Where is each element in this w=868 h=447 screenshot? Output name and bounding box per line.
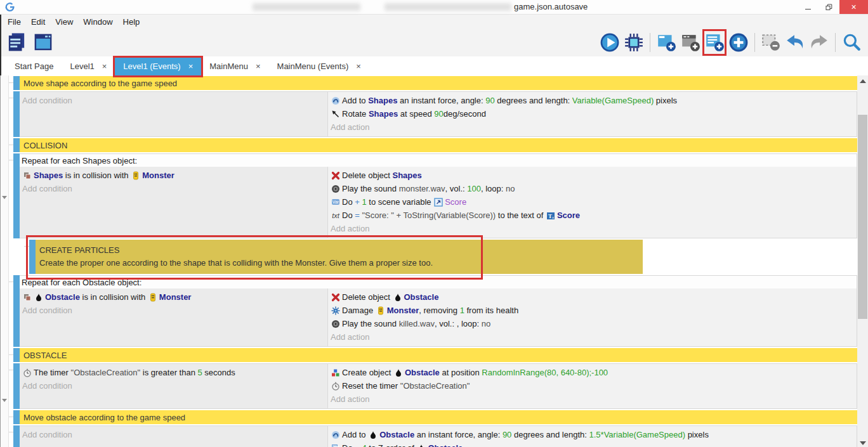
repeat-event[interactable]: Repeat for each Shapes object:Shapes is … [13,153,857,238]
tab-mainmenu[interactable]: MainMenu× [201,56,268,75]
tab-close-icon[interactable]: × [188,62,194,71]
event-highlight-bar [13,138,20,152]
fold-arrow-icon[interactable] [2,399,7,402]
fold-arrow-icon[interactable] [2,196,7,199]
comment-event[interactable]: COLLISION [13,138,857,152]
comment-text: Move shape according to the game speed [20,76,857,90]
tab-level1-events-[interactable]: Level1 (Events)× [115,56,201,75]
event-highlight-bar [13,275,20,347]
scene-editor-button[interactable] [32,30,55,55]
text-segment: killed.wav [399,319,435,328]
undo-button[interactable] [784,30,806,55]
standard-event[interactable]: Add conditionAdd to Shapes an instant fo… [13,91,857,137]
delete-event-button[interactable] [760,30,782,55]
action-row[interactable]: VarDo + 1 to scene variable Score [331,195,857,209]
standard-event[interactable]: Add conditionAdd to Obstacle an instant … [13,425,857,447]
comment-sub-event[interactable]: CREATE PARTICLESCreate the proper one ac… [29,240,643,274]
preview-play-button[interactable] [598,30,621,55]
tab-start-page[interactable]: Start Page [6,56,62,75]
add-condition-link[interactable]: Add condition [22,304,327,317]
add-action-link[interactable]: Add action [331,120,857,134]
text-segment: Shapes [369,109,398,119]
tab-mainmenu-events-[interactable]: MainMenu (Events)× [269,56,369,75]
add-action-link[interactable]: Add action [331,222,857,235]
close-button[interactable]: × [839,0,868,14]
action-row[interactable]: Delete object Shapes [331,169,857,182]
toolbar-separator [835,33,836,52]
text-segment: 1.5*Variable(GameSpeed) [589,430,686,439]
timer-icon [23,368,32,377]
add-condition-link[interactable]: Add condition [22,379,327,392]
action-row[interactable]: Play the sound monster.wav, vol.: 100, l… [331,182,857,195]
text-segment: Shapes [393,171,422,180]
text-segment: Do [342,197,355,207]
scroll-down-icon[interactable] [860,441,866,445]
menu-edit[interactable]: Edit [26,17,50,27]
action-row[interactable]: Reset the timer "ObstacleCreation" [331,379,857,392]
text-segment: is in collision with [63,171,131,180]
scene-variable-icon [434,198,443,207]
add-action-link[interactable]: Add action [331,330,857,344]
text-segment: Shapes [368,96,397,105]
menu-help[interactable]: Help [118,17,145,27]
action-row[interactable]: Do = 4 to Z-order of Obstacle [331,441,857,447]
add-event-button[interactable] [655,30,678,55]
vertical-scrollbar[interactable] [857,75,868,447]
action-row[interactable]: Damage Monster, removing 1 from its heal… [331,304,857,317]
comment-event[interactable]: OBSTACLE [13,348,857,362]
redo-button[interactable] [808,30,831,55]
title-bar: game.json.autosave × [0,0,868,15]
restore-button[interactable] [819,0,839,14]
text-segment: pixels [685,430,709,439]
text-segment: 4 [362,443,366,447]
condition-row[interactable]: Obstacle is in collision with Monster [22,290,327,304]
restore-icon [825,4,832,11]
add-condition-link[interactable]: Add condition [22,428,327,441]
action-row[interactable]: Create object Obstacle at position Rando… [331,366,857,379]
condition-row[interactable]: Shapes is in collision with Monster [22,169,327,182]
tab-close-icon[interactable]: × [102,62,107,71]
action-row[interactable]: Add to Shapes an instant force, angle: 9… [331,94,857,107]
standard-event[interactable]: The timer "ObstacleCreation" is greater … [13,363,857,409]
menu-view[interactable]: View [50,17,78,27]
add-subevent-button[interactable] [679,30,702,55]
menu-file[interactable]: File [3,17,26,27]
repeat-header[interactable]: Repeat for each Shapes object: [20,154,857,167]
event-highlight-bar [13,348,20,362]
text-segment: at position [440,368,482,377]
project-manager-button[interactable] [5,30,28,55]
add-object-icon [728,32,749,53]
add-condition-link[interactable]: Add condition [22,94,327,107]
tab-close-icon[interactable]: × [356,62,361,71]
comment-event[interactable]: Move obstacle according to the game spee… [13,410,857,424]
add-object-button[interactable] [727,30,750,55]
scrollbar-thumb[interactable] [858,115,867,319]
action-row[interactable]: Add to Obstacle an instant force, angle:… [331,428,857,441]
condition-row[interactable]: The timer "ObstacleCreation" is greater … [22,366,327,379]
comment-event[interactable]: Move shape according to the game speed [13,76,857,90]
search-button[interactable] [840,30,863,55]
actions-column: Add to Obstacle an instant force, angle:… [327,426,857,447]
repeat-event[interactable]: Repeat for each Obstacle object:Obstacle… [13,275,857,347]
add-action-link[interactable]: Add action [331,392,857,406]
minimize-button[interactable] [798,0,819,14]
tab-level1[interactable]: Level1× [62,56,115,75]
action-row[interactable]: Rotate Shapes at speed 90deg/second [331,107,857,120]
text-segment: Create object [342,368,393,377]
add-comment-button[interactable] [703,30,726,55]
debugger-button[interactable] [622,30,645,55]
comment-title: CREATE PARTICLES [39,244,643,257]
comment-text: OBSTACLE [20,348,857,362]
menu-window[interactable]: Window [78,17,117,27]
scroll-up-icon[interactable] [860,79,866,83]
text-segment: Shapes [34,171,63,180]
action-row[interactable]: Play the sound killed.wav, vol.: , loop:… [331,317,857,330]
text-segment: from its health [464,306,518,315]
add-condition-link[interactable]: Add condition [22,182,327,195]
tab-close-icon[interactable]: × [256,62,261,71]
action-row[interactable]: txtDo = "Score: " + ToString(Variable(Sc… [331,209,857,222]
action-row[interactable]: Delete object Obstacle [331,290,857,304]
event-body: Repeat for each Obstacle object:Obstacle… [20,275,857,347]
event-highlight-bar [13,153,20,238]
repeat-header[interactable]: Repeat for each Obstacle object: [20,276,857,288]
